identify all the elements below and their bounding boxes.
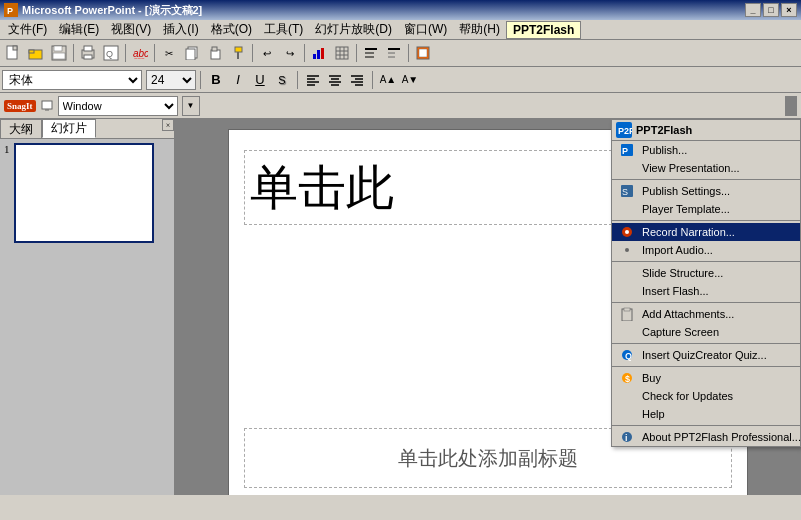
chart-button[interactable] <box>308 42 330 64</box>
cut-button[interactable]: ✂ <box>158 42 180 64</box>
snagit-scroll[interactable] <box>785 96 797 116</box>
menu-player-template[interactable]: Player Template... <box>612 200 800 218</box>
menu-publish-settings[interactable]: S Publish Settings... <box>612 182 800 200</box>
record-icon <box>618 224 636 240</box>
menu-publish[interactable]: P Publish... <box>612 141 800 159</box>
align-center-button[interactable] <box>324 69 346 91</box>
window-controls[interactable]: _ □ × <box>745 3 797 17</box>
menu-insert-quiz[interactable]: Q Insert QuizCreator Quiz... <box>612 346 800 364</box>
menu-slideshow[interactable]: 幻灯片放映(D) <box>309 20 398 39</box>
close-button[interactable]: × <box>781 3 797 17</box>
underline-button[interactable]: U <box>249 69 271 91</box>
buy-label: Buy <box>642 372 661 384</box>
menu-slide-structure[interactable]: Slide Structure... <box>612 264 800 282</box>
formatpaint-button[interactable] <box>227 42 249 64</box>
svg-text:Q: Q <box>106 49 113 59</box>
tab-outline[interactable]: 大纲 <box>0 119 42 138</box>
copy-button[interactable] <box>181 42 203 64</box>
menu-about[interactable]: i About PPT2Flash Professional... <box>612 428 800 446</box>
new-button[interactable] <box>2 42 24 64</box>
print-button[interactable] <box>77 42 99 64</box>
sep-6 <box>612 366 800 367</box>
view-presentation-label: View Presentation... <box>642 162 740 174</box>
svg-text:i: i <box>625 433 628 443</box>
font-selector[interactable]: 宋体 <box>2 70 142 90</box>
record-narration-label: Record Narration... <box>642 226 735 238</box>
expand-button[interactable] <box>360 42 382 64</box>
menu-insert[interactable]: 插入(I) <box>157 20 204 39</box>
menu-help[interactable]: Help <box>612 405 800 423</box>
open-button[interactable] <box>25 42 47 64</box>
align-left-button[interactable] <box>302 69 324 91</box>
ppt2flash-dropdown-menu: P2F PPT2Flash P Publish... View Presenta… <box>611 119 801 447</box>
sep-font2 <box>372 71 373 89</box>
menu-edit[interactable]: 编辑(E) <box>53 20 105 39</box>
redo-button[interactable]: ↪ <box>279 42 301 64</box>
menu-format[interactable]: 格式(O) <box>205 20 258 39</box>
menu-capture-screen[interactable]: Capture Screen <box>612 323 800 341</box>
separator-4 <box>252 44 253 62</box>
check-updates-label: Check for Updates <box>642 390 733 402</box>
dropdown-header: P2F PPT2Flash <box>612 120 800 141</box>
minimize-button[interactable]: _ <box>745 3 761 17</box>
menu-buy[interactable]: $ Buy <box>612 369 800 387</box>
menu-import-audio[interactable]: Import Audio... <box>612 241 800 259</box>
svg-rect-37 <box>419 49 427 57</box>
svg-rect-11 <box>84 55 92 59</box>
separator-2 <box>125 44 126 62</box>
main-area: 大纲 幻灯片 × 1 单击此 单击此处添加副标题 <box>0 119 801 495</box>
menu-view[interactable]: 视图(V) <box>105 20 157 39</box>
insert-flash-label: Insert Flash... <box>642 285 709 297</box>
svg-rect-3 <box>13 46 17 50</box>
maximize-button[interactable]: □ <box>763 3 779 17</box>
align-right-button[interactable] <box>346 69 368 91</box>
colorbox-button[interactable] <box>412 42 434 64</box>
svg-rect-20 <box>235 47 242 52</box>
separator-1 <box>73 44 74 62</box>
insert-quiz-label: Insert QuizCreator Quiz... <box>642 349 767 361</box>
svg-text:S: S <box>622 187 628 197</box>
menu-window[interactable]: 窗口(W) <box>398 20 453 39</box>
font-size-selector[interactable]: 24 <box>146 70 196 90</box>
audio-icon <box>618 242 636 258</box>
font-toolbar: 宋体 24 B I U S A▲ A▼ <box>0 66 801 92</box>
snagit-dropdown-arrow[interactable]: ▼ <box>182 96 200 116</box>
menu-add-attachments[interactable]: Add Attachments... <box>612 305 800 323</box>
menu-view-presentation[interactable]: View Presentation... <box>612 159 800 177</box>
paste-button[interactable] <box>204 42 226 64</box>
svg-rect-5 <box>29 50 34 53</box>
slide-thumbnail[interactable] <box>14 143 154 243</box>
panel-close-button[interactable]: × <box>162 119 174 131</box>
shadow-button[interactable]: S <box>271 69 293 91</box>
decrease-font-button[interactable]: A▼ <box>399 69 421 91</box>
menu-ppt2flash[interactable]: PPT2Flash <box>506 21 581 39</box>
italic-button[interactable]: I <box>227 69 249 91</box>
menu-file[interactable]: 文件(F) <box>2 20 53 39</box>
separator-7 <box>408 44 409 62</box>
preview-button[interactable]: Q <box>100 42 122 64</box>
collapse-button[interactable] <box>383 42 405 64</box>
menu-record-narration[interactable]: Record Narration... <box>612 223 800 241</box>
svg-text:P: P <box>622 146 628 156</box>
snagit-icon <box>40 99 54 113</box>
increase-font-button[interactable]: A▲ <box>377 69 399 91</box>
undo-button[interactable]: ↩ <box>256 42 278 64</box>
menu-tools[interactable]: 工具(T) <box>258 20 309 39</box>
table-button[interactable] <box>331 42 353 64</box>
toolbar-container: Q abc~~~ ✂ ↩ ↪ <box>0 40 801 93</box>
sep-2 <box>612 220 800 221</box>
svg-text:Q: Q <box>625 351 632 361</box>
spellcheck-button[interactable]: abc~~~ <box>129 42 151 64</box>
save-button[interactable] <box>48 42 70 64</box>
menu-check-updates[interactable]: Check for Updates <box>612 387 800 405</box>
slide-editing-area: 单击此 单击此处添加副标题 P2F PPT2Flash P Publish... <box>175 119 801 495</box>
tab-slides[interactable]: 幻灯片 <box>42 119 96 138</box>
bold-button[interactable]: B <box>205 69 227 91</box>
slide-main-text: 单击此 <box>250 156 394 220</box>
svg-rect-64 <box>624 308 630 311</box>
left-panel: 大纲 幻灯片 × 1 <box>0 119 175 495</box>
snagit-window-select[interactable]: Window <box>58 96 178 116</box>
menu-help[interactable]: 帮助(H) <box>453 20 506 39</box>
sep-4 <box>612 302 800 303</box>
menu-insert-flash[interactable]: Insert Flash... <box>612 282 800 300</box>
